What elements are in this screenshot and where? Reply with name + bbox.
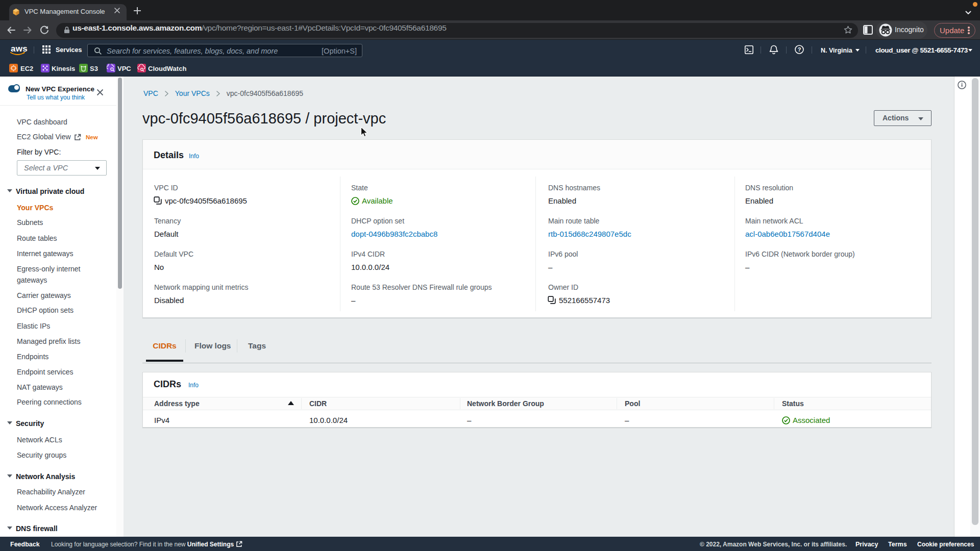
svg-text:?: ? — [798, 46, 801, 53]
